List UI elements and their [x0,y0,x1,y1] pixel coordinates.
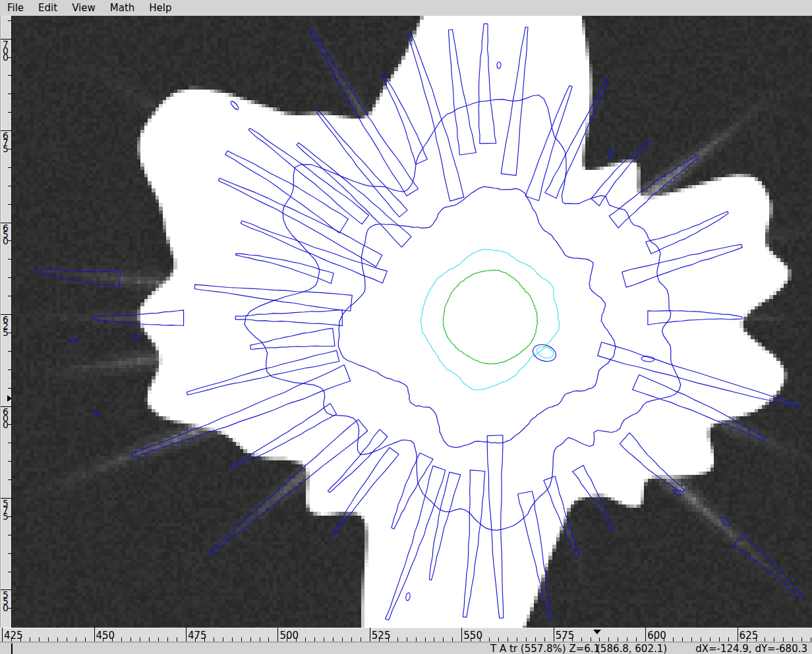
x-ruler-minor-tick [260,638,260,641]
y-ruler-minor-tick [8,20,11,21]
x-ruler-minor-tick [351,638,352,641]
x-ruler-minor-tick [627,638,627,641]
x-ruler-minor-tick [654,638,655,641]
x-ruler-minor-tick [287,638,287,641]
x-ruler-minor-tick [20,638,21,641]
image-canvas[interactable] [12,16,812,628]
x-ruler-major-tick [554,628,554,641]
x-ruler-minor-tick [195,638,196,641]
x-ruler-minor-tick [223,638,223,641]
x-ruler-minor-tick [710,638,710,641]
menu-help[interactable]: Help [142,1,179,15]
x-ruler-major-tick [645,628,646,641]
x-ruler-minor-tick [811,638,811,641]
y-ruler-minor-tick [8,535,11,535]
y-ruler-minor-tick [8,479,11,480]
x-ruler-minor-tick [30,638,30,641]
x-ruler-minor-tick [296,638,297,641]
status-coordinates: (586.8, 602.1) [596,643,667,654]
y-ruler-minor-tick [8,572,11,572]
vertical-ruler: 700675650625600575550 [0,16,12,628]
x-ruler-minor-tick [783,638,784,641]
x-ruler-minor-tick [388,638,389,641]
y-ruler-minor-tick [8,333,11,333]
x-ruler-minor-tick [85,638,86,641]
y-ruler-minor-tick [8,443,11,443]
x-ruler-major-tick [186,628,187,641]
x-ruler-minor-tick [774,638,774,641]
x-ruler-minor-tick [544,638,545,641]
y-ruler-minor-tick [8,277,11,278]
y-ruler-minor-tick [8,259,11,259]
status-mode-zoom: T A tr (557.8%) Z=6.1 [490,643,600,654]
x-ruler-major-tick [370,628,370,641]
x-ruler-minor-tick [130,638,131,641]
x-ruler-minor-tick [443,638,444,641]
x-ruler-minor-tick [673,638,674,641]
y-ruler-minor-tick [8,608,11,609]
y-ruler-minor-tick [8,388,11,389]
menu-file[interactable]: File [0,1,31,15]
y-ruler-minor-tick [8,296,11,296]
y-ruler-minor-tick [8,75,11,76]
y-ruler-minor-tick [8,240,11,241]
y-ruler-minor-tick [8,351,11,352]
x-ruler-minor-tick [305,638,306,641]
y-ruler-minor-tick [8,57,11,58]
x-ruler-minor-tick [342,638,343,641]
x-ruler-minor-tick [608,638,609,641]
x-ruler-minor-tick [792,638,793,641]
x-ruler-minor-tick [11,638,12,641]
x-ruler-minor-tick [177,638,177,641]
x-ruler-minor-tick [728,638,729,641]
y-ruler-minor-tick [8,461,11,462]
menu-view[interactable]: View [65,1,103,15]
x-ruler-major-tick [461,628,462,641]
x-ruler-major-tick [2,628,3,641]
y-ruler-minor-tick [8,424,11,425]
x-ruler-minor-tick [333,638,334,641]
y-position-marker-icon [7,395,12,402]
y-ruler-minor-tick [8,94,11,94]
menu-math[interactable]: Math [103,1,142,15]
x-ruler-minor-tick [563,638,564,641]
x-ruler-minor-tick [397,638,398,641]
y-ruler-minor-tick [8,369,11,370]
x-ruler-minor-tick [48,638,49,641]
x-ruler-minor-tick [701,638,701,641]
x-ruler-minor-tick [691,638,692,641]
x-ruler-minor-tick [756,638,757,641]
x-ruler-minor-tick [268,638,269,641]
x-position-marker-icon [593,630,601,634]
x-ruler-minor-tick [149,638,150,641]
x-ruler-minor-tick [361,638,361,641]
x-ruler-minor-tick [682,638,683,641]
y-ruler-minor-tick [8,167,11,168]
x-ruler-minor-tick [158,638,159,641]
y-ruler-minor-tick [8,516,11,517]
x-ruler-major-tick [94,628,95,641]
x-ruler-minor-tick [324,638,324,641]
x-ruler-minor-tick [498,638,499,641]
x-ruler-major-tick [277,628,278,641]
x-ruler-minor-tick [471,638,471,641]
x-ruler-minor-tick [719,638,720,641]
menu-bar: File Edit View Math Help [0,0,812,16]
x-ruler-minor-tick [599,638,600,641]
x-ruler-minor-tick [765,638,765,641]
y-ruler-minor-tick [8,112,11,113]
x-ruler-minor-tick [581,638,582,641]
x-ruler-minor-tick [121,638,122,641]
status-bar: T A tr (557.8%) Z=6.1 (586.8, 602.1) dX=… [0,642,812,654]
x-ruler-minor-tick [425,638,426,641]
x-ruler-minor-tick [241,638,242,641]
x-ruler-major-tick [738,628,738,641]
x-ruler-minor-tick [76,638,76,641]
x-ruler-minor-tick [591,638,591,641]
x-ruler-minor-tick [112,638,113,641]
x-ruler-minor-tick [204,638,205,641]
x-ruler-minor-tick [535,638,536,641]
x-ruler-minor-tick [407,638,407,641]
menu-edit[interactable]: Edit [31,1,65,15]
x-ruler-minor-tick [214,638,214,641]
